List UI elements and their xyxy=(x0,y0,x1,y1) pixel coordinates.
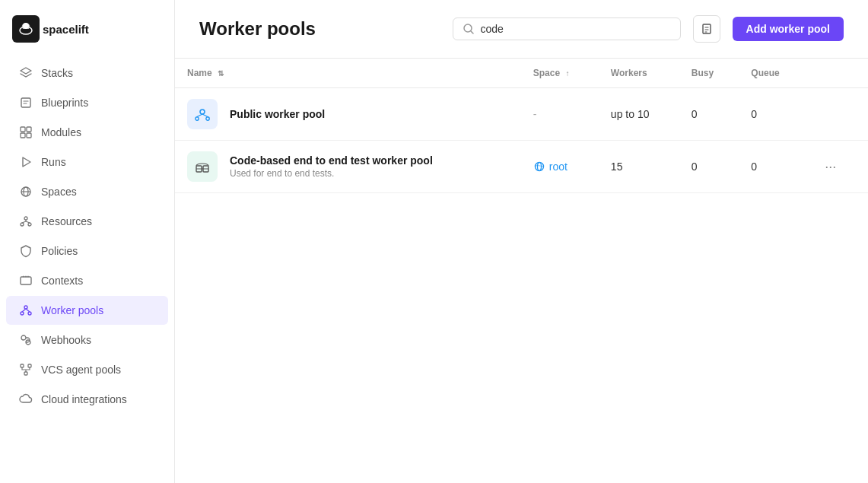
document-icon xyxy=(701,23,713,35)
search-input[interactable] xyxy=(481,23,671,35)
sidebar-label-worker-pools: Worker pools xyxy=(41,304,103,316)
svg-point-24 xyxy=(196,117,199,120)
sidebar-item-runs[interactable]: Runs xyxy=(6,148,168,176)
cell-space-code-based-worker-pool[interactable]: root xyxy=(521,141,599,193)
svg-rect-3 xyxy=(21,98,30,107)
sidebar-item-vcs-agent-pools[interactable]: VCS agent pools xyxy=(6,355,168,384)
menu-button-code-based-worker-pool[interactable]: ··· xyxy=(819,156,842,178)
svg-point-17 xyxy=(28,312,31,315)
webhooks-icon xyxy=(18,332,33,348)
svg-point-23 xyxy=(200,110,205,114)
cell-space-public-worker-pool: - xyxy=(521,88,599,141)
space-link-code-based-worker-pool[interactable]: root xyxy=(533,160,587,173)
sidebar-label-cloud-integrations: Cloud integrations xyxy=(41,393,127,405)
svg-point-29 xyxy=(537,163,541,171)
sidebar-label-stacks: Stacks xyxy=(41,67,73,79)
svg-rect-6 xyxy=(21,133,25,138)
sidebar-label-vcs-agent-pools: VCS agent pools xyxy=(41,364,121,376)
sidebar-label-runs: Runs xyxy=(41,156,66,168)
th-queue: Queue xyxy=(739,59,806,88)
table-row[interactable]: Public worker pool-up to 1000 xyxy=(175,88,868,141)
search-icon xyxy=(463,23,475,35)
resources-icon xyxy=(18,214,33,229)
worker-pool-icon xyxy=(187,151,218,182)
cell-busy-public-worker-pool: 0 xyxy=(679,88,739,141)
svg-marker-8 xyxy=(23,157,30,167)
hub-pool-icon xyxy=(187,99,218,129)
svg-point-12 xyxy=(21,223,24,226)
sidebar-item-policies[interactable]: Policies xyxy=(6,237,168,265)
svg-point-11 xyxy=(24,217,27,220)
svg-rect-18 xyxy=(21,364,24,367)
spaces-icon xyxy=(18,184,33,199)
worker-pools-icon xyxy=(18,303,33,318)
sidebar: spacelift StacksBlueprintsModulesRunsSpa… xyxy=(0,0,175,483)
pool-desc-code-based-worker-pool: Used for end to end tests. xyxy=(230,168,433,179)
page-title: Worker pools xyxy=(199,18,440,40)
sidebar-item-spaces[interactable]: Spaces xyxy=(6,177,168,206)
cell-actions-public-worker-pool xyxy=(806,88,868,141)
sidebar-label-spaces: Spaces xyxy=(41,186,77,198)
add-worker-pool-button[interactable]: Add worker pool xyxy=(733,17,844,41)
cell-busy-code-based-worker-pool: 0 xyxy=(679,141,739,193)
cloud-icon xyxy=(18,392,33,407)
sidebar-item-cloud-integrations[interactable]: Cloud integrations xyxy=(6,385,168,414)
svg-rect-7 xyxy=(27,133,31,138)
svg-rect-4 xyxy=(21,127,25,132)
runs-icon xyxy=(18,154,33,170)
sidebar-item-webhooks[interactable]: Webhooks xyxy=(6,326,168,354)
sidebar-item-stacks[interactable]: Stacks xyxy=(6,59,168,87)
logo[interactable]: spacelift xyxy=(0,9,174,58)
cell-queue-code-based-worker-pool: 0 xyxy=(739,141,806,193)
sidebar-item-worker-pools[interactable]: Worker pools xyxy=(6,296,168,325)
policies-icon xyxy=(18,243,33,259)
cell-workers-code-based-worker-pool: 15 xyxy=(599,141,679,193)
modules-icon xyxy=(18,125,33,140)
root-space-icon xyxy=(533,160,545,173)
table-row[interactable]: Code-based end to end test worker poolUs… xyxy=(175,141,868,193)
export-button[interactable] xyxy=(693,15,720,43)
sidebar-label-blueprints: Blueprints xyxy=(41,97,88,109)
sort-icon-name: ⇅ xyxy=(218,69,224,78)
page-header: Worker pools Add worker pool xyxy=(175,0,868,59)
th-name[interactable]: Name ⇅ xyxy=(175,59,521,88)
th-space[interactable]: Space ↑ xyxy=(521,59,599,88)
sidebar-item-resources[interactable]: Resources xyxy=(6,207,168,236)
cell-workers-public-worker-pool: up to 10 xyxy=(599,88,679,141)
svg-point-13 xyxy=(28,223,31,226)
svg-point-15 xyxy=(24,306,27,309)
svg-point-25 xyxy=(206,117,209,120)
cell-queue-public-worker-pool: 0 xyxy=(739,88,806,141)
sidebar-label-modules: Modules xyxy=(41,126,81,138)
th-actions xyxy=(806,59,868,88)
search-box[interactable] xyxy=(453,17,681,40)
worker-pools-table: Name ⇅ Space ↑ Workers Busy Queue Public… xyxy=(175,59,868,193)
layers-icon xyxy=(18,65,33,81)
sidebar-item-modules[interactable]: Modules xyxy=(6,118,168,147)
cell-name-public-worker-pool: Public worker pool xyxy=(175,88,521,141)
th-busy: Busy xyxy=(679,59,739,88)
sidebar-label-resources: Resources xyxy=(41,215,92,227)
pool-name-code-based-worker-pool[interactable]: Code-based end to end test worker pool xyxy=(230,154,433,167)
contexts-icon xyxy=(18,273,33,288)
sort-icon-space: ↑ xyxy=(565,69,569,78)
svg-rect-5 xyxy=(27,127,31,132)
vcs-icon xyxy=(18,362,33,377)
svg-rect-19 xyxy=(28,364,31,367)
cell-name-code-based-worker-pool: Code-based end to end test worker poolUs… xyxy=(175,141,521,193)
main-content: Worker pools Add worker pool Name ⇅ xyxy=(175,0,868,483)
sidebar-item-contexts[interactable]: Contexts xyxy=(6,266,168,295)
pool-name-public-worker-pool[interactable]: Public worker pool xyxy=(230,108,325,120)
spacelift-logo-icon xyxy=(12,15,40,43)
sidebar-item-blueprints[interactable]: Blueprints xyxy=(6,88,168,117)
sidebar-label-contexts: Contexts xyxy=(41,275,83,287)
svg-rect-20 xyxy=(24,372,27,375)
sidebar-label-policies: Policies xyxy=(41,245,78,257)
th-workers: Workers xyxy=(599,59,679,88)
sidebar-label-webhooks: Webhooks xyxy=(41,334,91,346)
logo-text: spacelift xyxy=(43,23,89,36)
table-container: Name ⇅ Space ↑ Workers Busy Queue Public… xyxy=(175,59,868,483)
blueprint-icon xyxy=(18,95,33,110)
cell-actions-code-based-worker-pool: ··· xyxy=(806,141,868,193)
svg-rect-14 xyxy=(21,277,31,284)
